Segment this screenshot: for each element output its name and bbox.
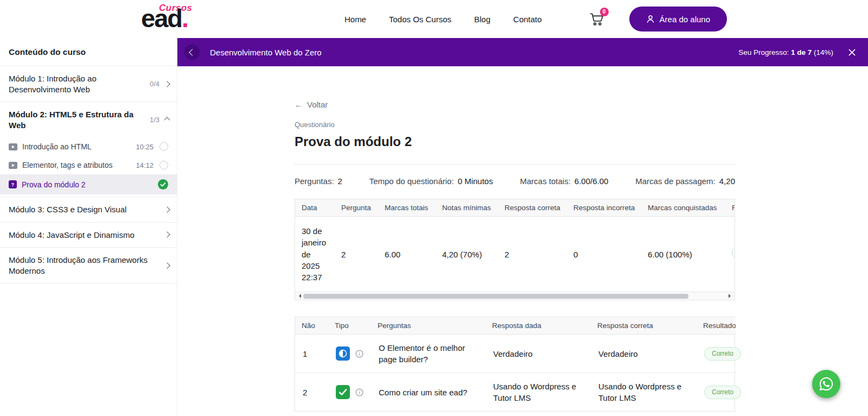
info-icon[interactable]	[355, 388, 363, 396]
module-count: 1/3	[150, 116, 159, 124]
module-label: Módulo 4: JavaScript e Dinamismo	[9, 230, 159, 241]
lesson-label: Introdução ao HTML	[22, 142, 131, 151]
lesson-status-circle	[159, 142, 168, 151]
stat-marcas-totais: Marcas totais:6.00/6.00	[520, 177, 608, 186]
col-resultado: Resultado	[725, 199, 735, 217]
main-panel: ← Voltar Questionário Prova do módulo 2 …	[178, 66, 868, 416]
question-text: Como criar um site ead?	[371, 373, 486, 412]
sidebar-module-4[interactable]: Módulo 4: JavaScript e Dinamismo	[0, 223, 177, 248]
cart-button[interactable]: 0	[590, 12, 604, 26]
video-icon	[9, 143, 17, 150]
attempt-incorrect: 0	[567, 217, 641, 292]
col-tipo: Tipo	[328, 317, 371, 335]
nav-contato[interactable]: Contato	[513, 15, 542, 24]
close-button[interactable]	[848, 48, 856, 56]
back-button[interactable]	[184, 45, 200, 60]
module-label: Módulo 5: Introdução aos Frameworks Mode…	[9, 255, 159, 276]
chevron-right-icon	[164, 232, 170, 238]
col-data: Data	[295, 199, 335, 217]
result-badge: Correto	[704, 386, 741, 399]
attempt-date: 30 de janeiro de 2025 22:37	[295, 217, 335, 292]
question-text: O Elementor é o melhor page builder?	[371, 335, 486, 373]
whatsapp-icon	[819, 376, 834, 392]
attempt-total-marks: 6.00	[378, 217, 436, 292]
question-number: 1	[295, 335, 328, 373]
col-perguntas: Perguntas	[371, 317, 486, 335]
site-header: Cursos ead. Home Todos Os Cursos Blog Co…	[0, 0, 868, 38]
voltar-label: Voltar	[307, 100, 328, 109]
attempt-correct: 2	[498, 217, 567, 292]
voltar-link[interactable]: ← Voltar	[295, 100, 328, 109]
chevron-right-icon	[164, 206, 170, 212]
logo-dot: .	[182, 4, 188, 33]
lesson-item-elementor-tags[interactable]: Elementor, tags e atributos 14:12	[0, 156, 177, 174]
col-resposta-correta: Resposta correta	[498, 199, 567, 217]
user-icon	[646, 15, 655, 23]
whatsapp-button[interactable]	[812, 370, 840, 398]
col-resposta-correta: Resposta correta	[591, 317, 697, 335]
lesson-item-introducao-html[interactable]: Introdução ao HTML 10:25	[0, 137, 177, 156]
nav-todos-os-cursos[interactable]: Todos Os Cursos	[389, 15, 451, 24]
question-type	[328, 335, 371, 373]
lesson-item-prova-modulo-2[interactable]: ? Prova do módulo 2	[0, 174, 177, 194]
question-result: Correto	[697, 373, 736, 412]
nav-home[interactable]: Home	[344, 15, 366, 24]
horizontal-scrollbar[interactable]	[295, 292, 735, 300]
chevron-up-icon	[164, 117, 170, 123]
lesson-status-circle	[159, 161, 168, 169]
site-logo[interactable]: Cursos ead.	[141, 0, 209, 38]
col-nao: Não	[295, 317, 328, 335]
correct-answer: Verdadeiro	[591, 335, 697, 373]
attempt-min-marks: 4,20 (70%)	[436, 217, 498, 292]
completed-check-icon	[158, 179, 168, 190]
questions-table-wrap: Não Tipo Perguntas Resposta dada Respost…	[295, 317, 735, 412]
info-icon[interactable]	[355, 350, 363, 358]
questions-table: Não Tipo Perguntas Resposta dada Respost…	[295, 317, 736, 411]
student-area-button[interactable]: Área do aluno	[629, 7, 727, 31]
attempts-table: Data Pergunta Marcas totais Notas mínima…	[295, 199, 735, 292]
header-container: Cursos ead. Home Todos Os Cursos Blog Co…	[141, 0, 727, 38]
attempt-result-badge	[732, 247, 735, 259]
page-title: Prova do módulo 2	[295, 134, 735, 149]
course-content-sidebar: Conteúdo do curso Módulo 1: Introdução a…	[0, 38, 177, 416]
stat-tempo: Tempo do questionário:0 Minutos	[369, 177, 493, 186]
progress-indicator: Seu Progresso: 1 de 7 (14%)	[738, 48, 833, 56]
correct-answer: Usando o Wordpress e Tutor LMS	[591, 373, 697, 412]
cart-badge: 0	[600, 8, 609, 16]
nav-blog[interactable]: Blog	[474, 15, 490, 24]
given-answer: Usando o Wordpress e Tutor LMS	[486, 373, 591, 412]
question-row-1: 1 O Elementor é o melhor p	[295, 335, 736, 373]
chevron-left-icon	[189, 49, 196, 56]
multiple-choice-icon	[336, 385, 350, 399]
attempts-table-viewport: Data Pergunta Marcas totais Notas mínima…	[295, 199, 735, 292]
attempt-earned: 6.00 (100%)	[641, 217, 725, 292]
quiz-stats: Perguntas:2 Tempo do questionário:0 Minu…	[295, 164, 735, 186]
sidebar-module-3[interactable]: Módulo 3: CSS3 e Design Visual	[0, 197, 177, 223]
sidebar-module-1[interactable]: Módulo 1: Introdução ao Desenvolvimento …	[0, 66, 177, 102]
col-notas-minimas: Notas mínimas	[436, 199, 498, 217]
scroll-right-arrow[interactable]	[729, 294, 733, 298]
attempt-result	[725, 217, 735, 292]
lesson-duration: 14:12	[136, 161, 154, 169]
svg-text:?: ?	[11, 181, 15, 187]
video-icon	[9, 162, 17, 169]
sidebar-module-2[interactable]: Módulo 2: HTML5 e Estrutura da Web 1/3	[0, 102, 177, 137]
sidebar-title: Conteúdo do curso	[0, 38, 177, 66]
question-row-2: 2 Como criar um site ead?	[295, 373, 736, 412]
logo-ead-text: ead.	[141, 5, 188, 31]
true-false-icon	[336, 346, 350, 361]
attempt-questions: 2	[335, 217, 378, 292]
module-label: Módulo 2: HTML5 e Estrutura da Web	[9, 109, 144, 130]
scrollbar-track[interactable]	[303, 294, 726, 299]
scrollbar-thumb[interactable]	[303, 294, 688, 299]
col-resposta-dada: Resposta dada	[486, 317, 591, 335]
close-icon	[848, 48, 856, 56]
attempt-row: 30 de janeiro de 2025 22:37 2 6.00 4,20 …	[295, 217, 735, 292]
lesson-duration: 10:25	[136, 143, 154, 151]
main-nav: Home Todos Os Cursos Blog Contato	[344, 15, 542, 24]
scroll-left-arrow[interactable]	[297, 294, 301, 298]
given-answer: Verdadeiro	[486, 335, 591, 373]
question-type	[328, 373, 371, 412]
sidebar-module-5[interactable]: Módulo 5: Introdução aos Frameworks Mode…	[0, 248, 177, 283]
lesson-label: Elementor, tags e atributos	[22, 161, 131, 169]
